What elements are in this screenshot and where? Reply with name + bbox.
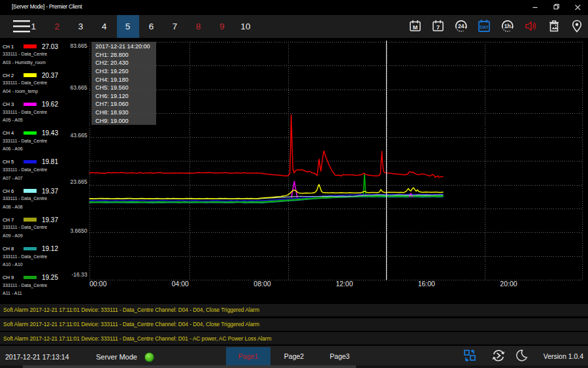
svg-text:1h: 1h	[504, 23, 511, 29]
svg-text:00:00: 00:00	[90, 280, 106, 288]
svg-text:83.665: 83.665	[71, 42, 88, 49]
svg-text:DAY: DAY	[480, 25, 489, 29]
svg-text:63.665: 63.665	[71, 84, 88, 91]
svg-text:-16.33: -16.33	[71, 271, 87, 278]
svg-text:04:00: 04:00	[172, 280, 189, 288]
svg-text:7: 7	[436, 24, 440, 31]
svg-text:M: M	[413, 24, 418, 31]
svg-text:16:00: 16:00	[418, 280, 435, 288]
svg-text:24: 24	[458, 23, 465, 29]
svg-text:43.665: 43.665	[71, 132, 88, 139]
svg-text:23.665: 23.665	[71, 178, 88, 185]
svg-text:08:00: 08:00	[253, 280, 270, 288]
svg-text:20:00: 20:00	[500, 280, 517, 288]
svg-text:3.6650: 3.6650	[71, 227, 88, 234]
svg-text:12:00: 12:00	[336, 280, 353, 288]
